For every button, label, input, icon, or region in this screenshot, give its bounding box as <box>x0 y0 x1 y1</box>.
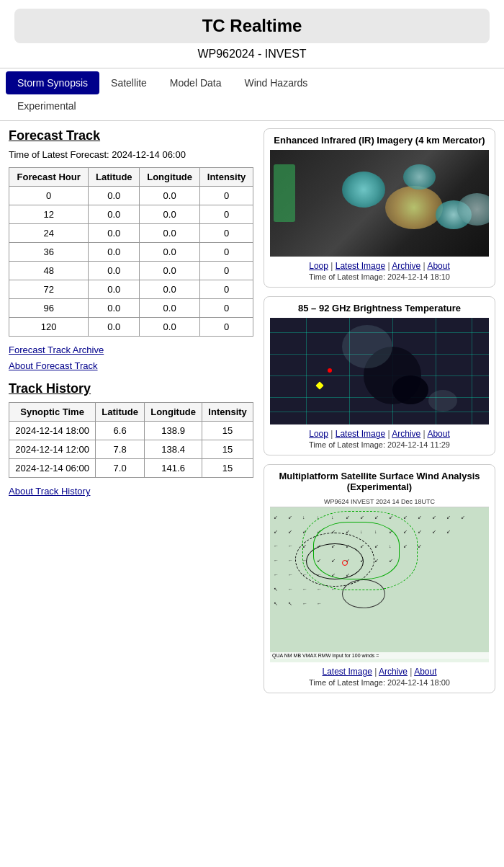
history-lat-cell: 7.0 <box>96 459 145 478</box>
history-intensity-cell: 15 <box>202 440 253 459</box>
history-table-row: 2024-12-14 12:00 7.8 138.4 15 <box>9 440 253 459</box>
ghz-image-time: Time of Latest Image: 2024-12-14 11:29 <box>270 440 489 449</box>
ir-image-links: Loop | Latest Image | Archive | About <box>270 261 489 271</box>
col-lon-hist: Longitude <box>145 403 202 422</box>
storm-id: WP962024 - INVEST <box>0 48 504 61</box>
ghz-image-card: 85 – 92 GHz Brightness Temperature <box>264 296 495 455</box>
forecast-hour-cell: 36 <box>9 243 89 262</box>
ir-image-title: Enhanced Infrared (IR) Imagery (4 km Mer… <box>270 135 489 146</box>
left-panel: Forecast Track Time of Latest Forecast: … <box>9 128 253 693</box>
forecast-table-row: 24 0.0 0.0 0 <box>9 224 253 243</box>
nav-item-model-data[interactable]: Model Data <box>158 71 233 94</box>
forecast-lat-cell: 0.0 <box>89 318 140 337</box>
nav-item-experimental[interactable]: Experimental <box>6 94 498 117</box>
right-panel: Enhanced Infrared (IR) Imagery (4 km Mer… <box>264 128 495 693</box>
forecast-lat-cell: 0.0 <box>89 299 140 318</box>
ir-archive-link[interactable]: Archive <box>392 261 420 271</box>
forecast-lat-cell: 0.0 <box>89 205 140 224</box>
forecast-lon-cell: 0.0 <box>140 318 200 337</box>
ghz-loop-link[interactable]: Loop <box>309 429 328 439</box>
wind-subtitle: WP9624 INVEST 2024 14 Dec 18UTC <box>270 497 489 507</box>
col-synoptic-time: Synoptic Time <box>9 403 96 422</box>
ir-latest-link[interactable]: Latest Image <box>336 261 385 271</box>
col-lat-hist: Latitude <box>96 403 145 422</box>
ir-about-link[interactable]: About <box>427 261 449 271</box>
forecast-intensity-cell: 0 <box>200 280 253 299</box>
forecast-hour-cell: 72 <box>9 280 89 299</box>
wind-image-card: Multiplatform Satellite Surface Wind Ana… <box>264 464 495 693</box>
forecast-lon-cell: 0.0 <box>140 262 200 280</box>
forecast-intensity-cell: 0 <box>200 187 253 205</box>
col-latitude: Latitude <box>89 168 140 187</box>
forecast-intensity-cell: 0 <box>200 262 253 280</box>
ghz-image-links: Loop | Latest Image | Archive | About <box>270 429 489 439</box>
col-intensity: Intensity <box>200 168 253 187</box>
forecast-intensity-cell: 0 <box>200 224 253 243</box>
wind-latest-link[interactable]: Latest Image <box>322 667 372 677</box>
forecast-track-archive-link[interactable]: Forecast Track Archive <box>9 344 104 355</box>
track-history-title: Track History <box>9 381 253 396</box>
forecast-lat-cell: 0.0 <box>89 262 140 280</box>
forecast-hour-cell: 12 <box>9 205 89 224</box>
forecast-lon-cell: 0.0 <box>140 280 200 299</box>
forecast-table-row: 0 0.0 0.0 0 <box>9 187 253 205</box>
wind-image-title: Multiplatform Satellite Surface Wind Ana… <box>270 471 489 492</box>
forecast-table-row: 96 0.0 0.0 0 <box>9 299 253 318</box>
forecast-lat-cell: 0.0 <box>89 187 140 205</box>
ir-image-time: Time of Latest Image: 2024-12-14 18:10 <box>270 272 489 281</box>
forecast-table-row: 12 0.0 0.0 0 <box>9 205 253 224</box>
track-history-section: Synoptic Time Latitude Longitude Intensi… <box>9 402 253 497</box>
history-table-row: 2024-12-14 06:00 7.0 141.6 15 <box>9 459 253 478</box>
forecast-track-table: Forecast Hour Latitude Longitude Intensi… <box>9 167 253 337</box>
nav-item-satellite[interactable]: Satellite <box>99 71 158 94</box>
history-intensity-cell: 15 <box>202 459 253 478</box>
ghz-latest-link[interactable]: Latest Image <box>336 429 385 439</box>
forecast-intensity-cell: 0 <box>200 205 253 224</box>
history-lon-cell: 138.9 <box>145 422 202 440</box>
ghz-about-link[interactable]: About <box>427 429 449 439</box>
history-lat-cell: 7.8 <box>96 440 145 459</box>
col-longitude: Longitude <box>140 168 200 187</box>
forecast-track-title: Forecast Track <box>9 128 253 143</box>
nav-item-wind-hazards[interactable]: Wind Hazards <box>233 71 319 94</box>
wind-image-links: Latest Image | Archive | About <box>270 667 489 677</box>
ir-loop-link[interactable]: Loop <box>309 261 328 271</box>
about-track-history-link[interactable]: About Track History <box>9 486 90 497</box>
ghz-archive-link[interactable]: Archive <box>392 429 420 439</box>
nav-bar: Storm Synopsis Satellite Model Data Wind… <box>0 68 504 121</box>
forecast-lon-cell: 0.0 <box>140 224 200 243</box>
forecast-lat-cell: 0.0 <box>89 243 140 262</box>
about-forecast-track-link[interactable]: About Forecast Track <box>9 360 98 371</box>
forecast-intensity-cell: 0 <box>200 299 253 318</box>
forecast-lon-cell: 0.0 <box>140 205 200 224</box>
col-intensity-hist: Intensity <box>202 403 253 422</box>
forecast-intensity-cell: 0 <box>200 243 253 262</box>
forecast-table-row: 120 0.0 0.0 0 <box>9 318 253 337</box>
history-intensity-cell: 15 <box>202 422 253 440</box>
app-title: TC Realtime <box>202 16 302 35</box>
forecast-intensity-cell: 0 <box>200 318 253 337</box>
forecast-hour-cell: 120 <box>9 318 89 337</box>
nav-item-storm-synopsis[interactable]: Storm Synopsis <box>6 71 99 94</box>
ghz-image-title: 85 – 92 GHz Brightness Temperature <box>270 303 489 314</box>
forecast-hour-cell: 0 <box>9 187 89 205</box>
wind-image-time: Time of Latest Image: 2024-12-14 18:00 <box>270 678 489 687</box>
history-time-cell: 2024-12-14 12:00 <box>9 440 96 459</box>
forecast-track-section: Forecast Track Time of Latest Forecast: … <box>9 128 253 371</box>
track-history-table: Synoptic Time Latitude Longitude Intensi… <box>9 402 253 478</box>
app-title-bar: TC Realtime <box>14 9 490 43</box>
col-forecast-hour: Forecast Hour <box>9 168 89 187</box>
forecast-lat-cell: 0.0 <box>89 280 140 299</box>
forecast-time-label: Time of Latest Forecast: 2024-12-14 06:0… <box>9 149 253 160</box>
forecast-table-row: 48 0.0 0.0 0 <box>9 262 253 280</box>
wind-archive-link[interactable]: Archive <box>379 667 408 677</box>
forecast-hour-cell: 48 <box>9 262 89 280</box>
history-time-cell: 2024-12-14 18:00 <box>9 422 96 440</box>
history-table-row: 2024-12-14 18:00 6.6 138.9 15 <box>9 422 253 440</box>
history-lon-cell: 138.4 <box>145 440 202 459</box>
forecast-table-row: 72 0.0 0.0 0 <box>9 280 253 299</box>
history-lon-cell: 141.6 <box>145 459 202 478</box>
history-lat-cell: 6.6 <box>96 422 145 440</box>
wind-about-link[interactable]: About <box>414 667 436 677</box>
wind-footer-text: QUA NM MB VMAX RMW Input for 100 winds = <box>272 653 379 658</box>
